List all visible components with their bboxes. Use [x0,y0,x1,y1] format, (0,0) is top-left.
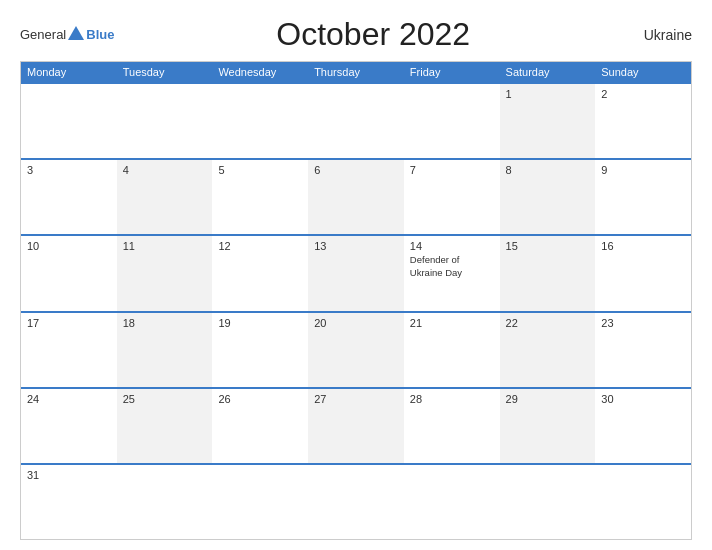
weekday-header: Friday [404,62,500,82]
weekday-header: Thursday [308,62,404,82]
calendar-cell: 18 [117,313,213,387]
calendar-cell [117,465,213,539]
calendar-cell: 24 [21,389,117,463]
calendar-cell: 11 [117,236,213,310]
day-number: 25 [123,393,207,405]
day-number: 23 [601,317,685,329]
day-number: 15 [506,240,590,252]
day-number: 31 [27,469,111,481]
calendar-row: 17181920212223 [21,311,691,387]
calendar-cell: 31 [21,465,117,539]
calendar-row: 3456789 [21,158,691,234]
day-number: 28 [410,393,494,405]
calendar-cell: 28 [404,389,500,463]
day-number: 3 [27,164,111,176]
day-number: 11 [123,240,207,252]
calendar-body: 1234567891011121314Defender of Ukraine D… [21,82,691,539]
calendar-cell: 6 [308,160,404,234]
day-number: 12 [218,240,302,252]
day-number: 8 [506,164,590,176]
day-number: 24 [27,393,111,405]
calendar-cell [21,84,117,158]
logo-general-text: General [20,27,66,42]
calendar-cell: 1 [500,84,596,158]
calendar-cell: 27 [308,389,404,463]
calendar-cell [308,465,404,539]
calendar-cell [404,465,500,539]
calendar-cell [212,84,308,158]
calendar-page: General Blue October 2022 Ukraine Monday… [0,0,712,550]
calendar-cell: 4 [117,160,213,234]
calendar-cell: 12 [212,236,308,310]
day-number: 1 [506,88,590,100]
calendar-cell: 3 [21,160,117,234]
weekday-header: Sunday [595,62,691,82]
calendar-cell [117,84,213,158]
calendar-row: 31 [21,463,691,539]
day-number: 9 [601,164,685,176]
calendar-cell: 20 [308,313,404,387]
weekday-header: Monday [21,62,117,82]
calendar-cell: 25 [117,389,213,463]
calendar-cell: 2 [595,84,691,158]
day-number: 21 [410,317,494,329]
day-number: 7 [410,164,494,176]
calendar-cell: 14Defender of Ukraine Day [404,236,500,310]
day-number: 6 [314,164,398,176]
calendar-cell: 30 [595,389,691,463]
page-header: General Blue October 2022 Ukraine [20,16,692,53]
event-label: Defender of Ukraine Day [410,254,494,279]
logo: General Blue [20,27,114,42]
calendar-row: 24252627282930 [21,387,691,463]
calendar-cell: 23 [595,313,691,387]
logo-triangle-icon [68,26,84,40]
day-number: 4 [123,164,207,176]
day-number: 20 [314,317,398,329]
calendar-cell: 29 [500,389,596,463]
day-number: 19 [218,317,302,329]
calendar-cell [308,84,404,158]
calendar-cell: 17 [21,313,117,387]
day-number: 18 [123,317,207,329]
calendar-cell: 22 [500,313,596,387]
calendar-cell: 19 [212,313,308,387]
calendar-row: 1011121314Defender of Ukraine Day1516 [21,234,691,310]
calendar-cell: 26 [212,389,308,463]
country-label: Ukraine [632,27,692,43]
weekday-header: Wednesday [212,62,308,82]
calendar-row: 12 [21,82,691,158]
day-number: 26 [218,393,302,405]
calendar-cell: 8 [500,160,596,234]
logo-blue-text: Blue [86,27,114,42]
day-number: 14 [410,240,494,252]
calendar-cell [500,465,596,539]
calendar-cell: 5 [212,160,308,234]
day-number: 16 [601,240,685,252]
calendar-cell [595,465,691,539]
calendar-cell: 7 [404,160,500,234]
calendar-cell: 15 [500,236,596,310]
page-title: October 2022 [114,16,632,53]
day-number: 2 [601,88,685,100]
day-number: 13 [314,240,398,252]
calendar-cell: 10 [21,236,117,310]
calendar-cell [212,465,308,539]
day-number: 30 [601,393,685,405]
day-number: 29 [506,393,590,405]
calendar-cell: 16 [595,236,691,310]
weekday-header: Saturday [500,62,596,82]
calendar-cell: 21 [404,313,500,387]
day-number: 17 [27,317,111,329]
day-number: 22 [506,317,590,329]
day-number: 10 [27,240,111,252]
calendar-cell: 13 [308,236,404,310]
day-number: 5 [218,164,302,176]
calendar-header: MondayTuesdayWednesdayThursdayFridaySatu… [21,62,691,82]
day-number: 27 [314,393,398,405]
weekday-header: Tuesday [117,62,213,82]
calendar-cell: 9 [595,160,691,234]
calendar-grid: MondayTuesdayWednesdayThursdayFridaySatu… [20,61,692,540]
calendar-cell [404,84,500,158]
